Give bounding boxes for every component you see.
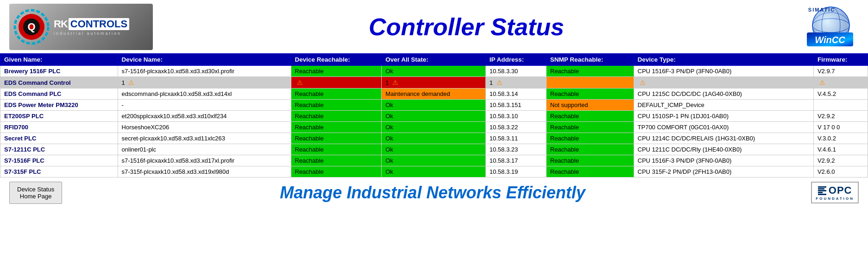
cell-reachable: ⚠ <box>291 77 382 89</box>
cell-device-type: CPU 1215C DC/DC/DC (1AG40-0XB0) <box>634 89 813 100</box>
cell-firmware <box>813 100 868 111</box>
col-ip: IP Address: <box>485 54 546 66</box>
cell-given-name: Brewery 1516F PLC <box>0 66 118 77</box>
cell-overall-state: Ok <box>382 144 486 155</box>
simatic-wincc-logo: SIMATIC WinCC ® <box>775 5 859 49</box>
cell-reachable: Reachable <box>291 100 382 111</box>
warning-icon: ⚠ <box>497 79 503 86</box>
rk-controls-logo: Q RK CONTROLS industrial automation <box>9 4 153 50</box>
table-row: EDS Command Control1 ⚠⚠1 ⚠1 ⚠⚠⚠⚠ <box>0 77 868 89</box>
footer-tagline: Manage Industrial Networks Efficiently <box>62 183 803 203</box>
cell-overall-state: Ok <box>382 122 486 133</box>
cell-firmware: V.4.5.2 <box>813 89 868 100</box>
cell-ip: 10.58.3.19 <box>485 166 546 177</box>
warning-icon: ⚠ <box>640 79 646 86</box>
warning-icon: ⚠ <box>819 79 825 86</box>
cell-snmp: Reachable <box>546 166 634 177</box>
col-firmware: Firmware: <box>813 54 868 66</box>
cell-snmp: ⚠ <box>546 77 634 89</box>
table-row: Brewery 1516F PLCs7-1516f-plcxaxk10.xd58… <box>0 66 868 77</box>
page-footer: Device Status Home Page Manage Industria… <box>0 177 868 208</box>
device-status-home-button[interactable]: Device Status Home Page <box>9 182 62 204</box>
cell-ip: 10.58.3.11 <box>485 133 546 144</box>
cell-ip: 10.58.3.151 <box>485 100 546 111</box>
table-row: S7-1211C PLConliner01-plcReachableOk10.5… <box>0 144 868 155</box>
cell-overall-state: Ok <box>382 166 486 177</box>
opc-label: OPC <box>829 184 852 196</box>
cell-device-name: et200spplcxaxk10.xd58.xd3.xd10xlf234 <box>118 111 291 122</box>
cell-firmware: V2.9.7 <box>813 66 868 77</box>
controller-table: Given Name: Device Name: Device Reachabl… <box>0 53 868 177</box>
cell-overall-state: Maintenance demanded <box>382 89 486 100</box>
cell-reachable: Reachable <box>291 166 382 177</box>
cell-given-name: EDS Command Control <box>0 77 118 89</box>
logo-controls: CONTROLS <box>69 18 129 30</box>
simatic-text: SIMATIC <box>808 7 835 13</box>
cell-device-type: CPU 315F-2 PN/DP (2FH13-0AB0) <box>634 166 813 177</box>
cell-overall-state: Ok <box>382 133 486 144</box>
cell-ip: 10.58.3.14 <box>485 89 546 100</box>
cell-device-name: s7-1516f-plcxaxk10.xd58.xd3.xd30xl.profi… <box>118 66 291 77</box>
table-row: EDS Command PLCedscommand-plcxaxk10.xd58… <box>0 89 868 100</box>
footer-btn-label: Device Status Home Page <box>17 186 54 200</box>
cell-snmp: Reachable <box>546 122 634 133</box>
cell-firmware: V.3.0.2 <box>813 133 868 144</box>
cell-reachable: Reachable <box>291 122 382 133</box>
cell-firmware: V 17 0 0 <box>813 122 868 133</box>
page-title: Controller Status <box>157 13 775 41</box>
opc-foundation-logo: OPC FOUNDATION <box>803 182 859 203</box>
table-header-row: Given Name: Device Name: Device Reachabl… <box>0 54 868 66</box>
col-snmp: SNMP Reachable: <box>546 54 634 66</box>
opc-lines-icon <box>818 186 826 195</box>
cell-ip: 10.58.3.17 <box>485 155 546 166</box>
cell-snmp: Reachable <box>546 66 634 77</box>
logo-text: RK CONTROLS industrial automation <box>54 18 129 36</box>
cell-overall-state: Ok <box>382 155 486 166</box>
cell-device-name: HorseshoeXC206 <box>118 122 291 133</box>
svg-text:Q: Q <box>27 21 35 32</box>
cell-overall-state: 1 ⚠ <box>382 77 486 89</box>
cell-device-name: secret-plcxaxk10.xd58.xd3.xd11xlc263 <box>118 133 291 144</box>
simatic-globe-icon: SIMATIC WinCC ® <box>785 5 859 49</box>
col-overall-state: Over All State: <box>382 54 486 66</box>
col-given-name: Given Name: <box>0 54 118 66</box>
cell-device-name: - <box>118 100 291 111</box>
svg-text:®: ® <box>853 32 856 37</box>
logo-rk: RK <box>54 18 68 30</box>
cell-given-name: RFID700 <box>0 122 118 133</box>
col-device-name: Device Name: <box>118 54 291 66</box>
warning-icon: ⚠ <box>128 79 134 86</box>
cell-reachable: Reachable <box>291 89 382 100</box>
logo-subtitle: industrial automation <box>54 31 129 36</box>
cell-device-name: onliner01-plc <box>118 144 291 155</box>
cell-snmp: Reachable <box>546 133 634 144</box>
svg-text:WinCC: WinCC <box>815 35 845 45</box>
cell-firmware: ⚠ <box>813 77 868 89</box>
cell-firmware: V2.9.2 <box>813 111 868 122</box>
cell-ip: 10.58.3.22 <box>485 122 546 133</box>
cell-given-name: S7-315F PLC <box>0 166 118 177</box>
cell-given-name: EDS Power Meter PM3220 <box>0 100 118 111</box>
cell-device-type: DEFAULT_ICMP_Device <box>634 100 813 111</box>
cell-firmware: V.4.6.1 <box>813 144 868 155</box>
col-device-type: Device Type: <box>634 54 813 66</box>
gear-icon: Q <box>13 8 50 45</box>
cell-reachable: Reachable <box>291 111 382 122</box>
cell-ip: 10.58.3.23 <box>485 144 546 155</box>
cell-device-type: TP700 COMFORT (0GC01-0AX0) <box>634 122 813 133</box>
table-row: S7-1516F PLCs7-1516f-plcxaxk10.xd58.xd3.… <box>0 155 868 166</box>
cell-reachable: Reachable <box>291 66 382 77</box>
opc-foundation-label: FOUNDATION <box>816 196 854 201</box>
cell-device-name: 1 ⚠ <box>118 77 291 89</box>
col-reachable: Device Reachable: <box>291 54 382 66</box>
cell-snmp: Reachable <box>546 144 634 155</box>
cell-device-name: edscommand-plcxaxk10.xd58.xd3.xd14xl <box>118 89 291 100</box>
cell-device-name: s7-315f-plcxaxk10.xd58.xd3.xd19xl980d <box>118 166 291 177</box>
cell-given-name: EDS Command PLC <box>0 89 118 100</box>
cell-device-type: CPU 1214C DC/DC/RELAIS (1HG31-0XB0) <box>634 133 813 144</box>
cell-device-name: s7-1516f-plcxaxk10.xd58.xd3.xd17xl.profi… <box>118 155 291 166</box>
logo-area: Q RK CONTROLS industrial automation <box>9 4 157 50</box>
cell-device-type: ⚠ <box>634 77 813 89</box>
table-row: S7-315F PLCs7-315f-plcxaxk10.xd58.xd3.xd… <box>0 166 868 177</box>
cell-device-type: CPU 1516F-3 PN/DP (3FN0-0AB0) <box>634 155 813 166</box>
